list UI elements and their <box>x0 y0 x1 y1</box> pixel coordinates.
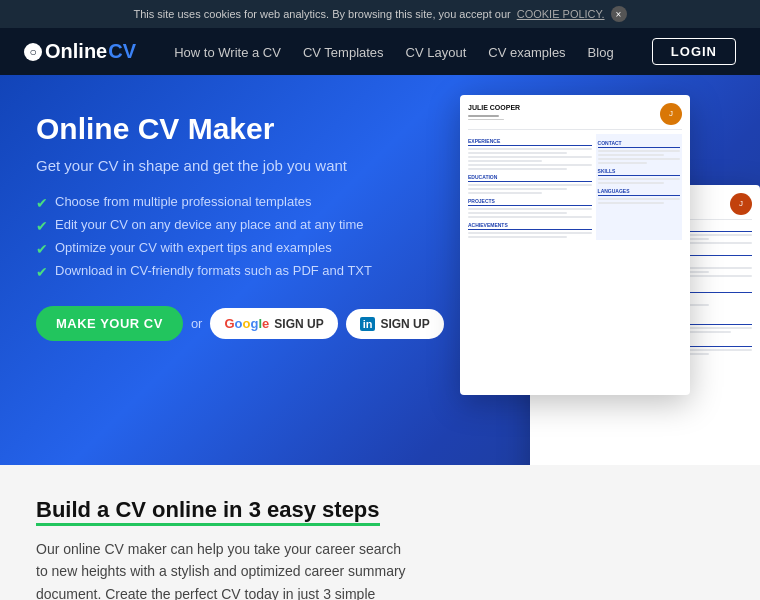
logo-circle: ○ <box>24 43 42 61</box>
cookie-policy-link[interactable]: COOKIE POLICY. <box>517 8 605 20</box>
linkedin-logo: in <box>360 317 376 331</box>
linkedin-signup-button[interactable]: in SIGN UP <box>346 309 444 339</box>
cookie-text: This site uses cookies for web analytics… <box>133 8 510 20</box>
linkedin-signup-label: SIGN UP <box>380 317 429 331</box>
logo-text-cv: CV <box>108 40 136 63</box>
cv1-name: JULIE COOPER <box>468 103 520 113</box>
nav-cv-layout[interactable]: CV Layout <box>406 45 467 60</box>
steps-title-text: Build a CV online in 3 easy steps <box>36 497 380 526</box>
nav-cv-examples[interactable]: CV examples <box>488 45 565 60</box>
check-icon-3: ✔ <box>36 241 48 257</box>
steps-section: Build a CV online in 3 easy steps Our on… <box>0 465 760 600</box>
login-button[interactable]: LOGIN <box>652 38 736 65</box>
nav-cv-templates[interactable]: CV Templates <box>303 45 384 60</box>
steps-description: Our online CV maker can help you take yo… <box>36 538 416 600</box>
nav-how-to-write[interactable]: How to Write a CV <box>174 45 281 60</box>
hero-section: Online CV Maker Get your CV in shape and… <box>0 75 760 465</box>
nav-blog[interactable]: Blog <box>588 45 614 60</box>
cookie-close-button[interactable]: × <box>611 6 627 22</box>
make-cv-button[interactable]: MAKE YOUR CV <box>36 306 183 341</box>
nav-links: How to Write a CV CV Templates CV Layout… <box>174 43 613 61</box>
navigation: ○ OnlineCV How to Write a CV CV Template… <box>0 28 760 75</box>
cookie-bar: This site uses cookies for web analytics… <box>0 0 760 28</box>
steps-title: Build a CV online in 3 easy steps <box>36 497 724 526</box>
cv1-avatar: J <box>660 103 682 125</box>
google-signup-label: SIGN UP <box>274 317 323 331</box>
google-logo: Google <box>224 316 269 331</box>
cv2-avatar: J <box>730 193 752 215</box>
or-separator: or <box>191 316 203 331</box>
check-icon-2: ✔ <box>36 218 48 234</box>
cv-preview-card-1: JULIE COOPER J EXPERIENCE <box>460 95 690 395</box>
check-icon-4: ✔ <box>36 264 48 280</box>
check-icon-1: ✔ <box>36 195 48 211</box>
logo-text-online: Online <box>45 40 107 63</box>
logo[interactable]: ○ OnlineCV <box>24 40 136 63</box>
google-signup-button[interactable]: Google SIGN UP <box>210 308 337 339</box>
